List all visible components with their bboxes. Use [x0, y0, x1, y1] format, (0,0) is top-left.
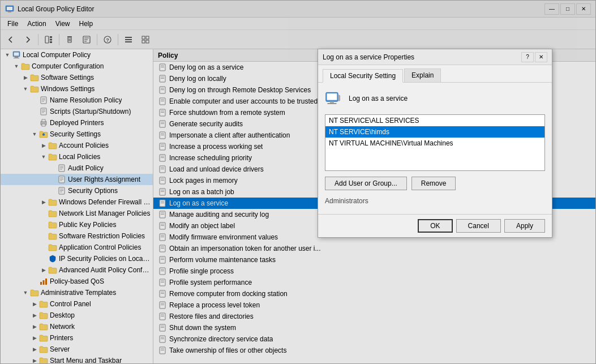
- dialog-footer: OK Cancel Apply: [318, 214, 552, 237]
- main-window: Local Group Policy Editor — □ ✕ File Act…: [0, 0, 596, 364]
- dialog-header-icon: [325, 89, 343, 108]
- svg-rect-134: [330, 101, 334, 103]
- listbox-item-label: NT SERVICE\ALL SERVICES: [329, 117, 419, 125]
- listbox-item-nt-all[interactable]: NT SERVICE\ALL SERVICES: [325, 115, 544, 126]
- dialog-titlebar: Log on as a service Properties ? ✕: [318, 49, 552, 65]
- listbox-item-label: NT VIRTUAL MACHINE\Virtual Machines: [329, 139, 453, 147]
- dialog-header-section: Log on as a service: [325, 89, 545, 108]
- tab-local-security[interactable]: Local Security Setting: [323, 69, 403, 83]
- extra-section-label: Administrators: [325, 197, 545, 205]
- dialog-title: Log on as a service Properties: [323, 53, 521, 61]
- service-listbox[interactable]: NT SERVICE\ALL SERVICES NT SERVICE\himds…: [325, 114, 545, 171]
- listbox-item-nt-vm[interactable]: NT VIRTUAL MACHINE\Virtual Machines: [325, 138, 544, 149]
- dialog-header-text: Log on as a service: [349, 95, 408, 102]
- dialog-help-button[interactable]: ?: [521, 52, 534, 62]
- listbox-item-label: NT SERVICE\himds: [329, 128, 389, 136]
- svg-rect-133: [327, 93, 337, 100]
- properties-dialog: Log on as a service Properties ? ✕ Local…: [318, 49, 552, 238]
- add-user-button[interactable]: Add User or Group...: [325, 177, 407, 190]
- dialog-tabs: Local Security Setting Explain: [318, 65, 552, 83]
- apply-button[interactable]: Apply: [504, 219, 545, 233]
- svg-rect-135: [327, 103, 336, 104]
- dialog-content: Log on as a service NT SERVICE\ALL SERVI…: [318, 83, 552, 214]
- remove-button[interactable]: Remove: [411, 177, 456, 190]
- dialog-close-button[interactable]: ✕: [535, 52, 547, 62]
- action-buttons: Add User or Group... Remove: [325, 177, 545, 190]
- listbox-item-nt-himds[interactable]: NT SERVICE\himds: [325, 126, 544, 138]
- tab-explain[interactable]: Explain: [404, 68, 441, 82]
- dialog-controls: ? ✕: [521, 52, 547, 62]
- cancel-button[interactable]: Cancel: [456, 219, 501, 233]
- ok-button[interactable]: OK: [418, 219, 452, 233]
